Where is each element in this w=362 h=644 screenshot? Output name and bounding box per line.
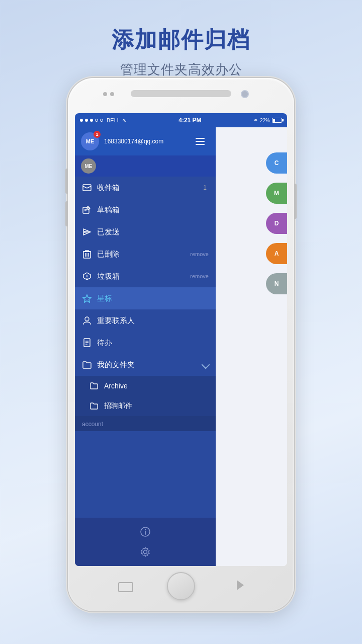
sidebar: ME 1 1683300174@qq.com ME	[75, 127, 216, 566]
svg-marker-11	[83, 295, 91, 302]
camera	[241, 90, 249, 98]
inbox-label: 收件箱	[97, 183, 196, 193]
info-button[interactable]	[75, 522, 216, 542]
star-icon	[82, 293, 92, 303]
todo-label: 待办	[97, 338, 209, 348]
nav-back-button[interactable]	[118, 582, 133, 592]
drafts-label: 草稿箱	[97, 205, 209, 215]
page-subtitle: 管理文件夹高效办公	[0, 61, 362, 78]
account-email: 1683300174@qq.com	[104, 138, 191, 145]
signal-dot-5	[100, 119, 103, 122]
hamburger-line-1	[196, 138, 205, 139]
contacts-label: 重要联系人	[97, 316, 209, 326]
sent-label: 已发送	[97, 227, 209, 237]
status-bar: BELL ∿ 4:21 PM ⚭ 22%	[75, 113, 287, 127]
home-button[interactable]	[167, 572, 195, 600]
time-label: 4:21 PM	[178, 117, 201, 124]
inbox-icon	[82, 183, 92, 193]
page-title: 添加邮件归档	[0, 25, 362, 55]
avatar-secondary[interactable]: ME	[81, 158, 96, 174]
recruitment-folder-icon	[89, 401, 99, 411]
account-label: account	[82, 421, 103, 428]
todo-icon	[82, 338, 92, 348]
recruitment-label: 招聘邮件	[104, 401, 209, 411]
menu-item-contacts[interactable]: 重要联系人	[75, 309, 216, 332]
drafts-icon	[82, 205, 92, 215]
carrier-label: BELL	[107, 117, 120, 123]
peek-avatar[interactable]: N	[266, 273, 287, 294]
bluetooth-icon: ⚭	[253, 117, 258, 124]
archive-label: Archive	[104, 382, 209, 390]
menu-item-deleted[interactable]: 已删除 remove	[75, 243, 216, 265]
settings-button[interactable]	[75, 542, 216, 562]
avatar-primary[interactable]: ME 1	[81, 132, 99, 150]
speaker	[131, 90, 231, 97]
nav-forward-button[interactable]	[237, 580, 244, 590]
menu-item-recruitment[interactable]: 招聘邮件	[75, 396, 216, 416]
hamburger-button[interactable]	[196, 134, 210, 148]
signal-area: BELL ∿	[80, 117, 127, 124]
screen-content: ME 1 1683300174@qq.com ME	[75, 127, 287, 566]
sensors	[103, 92, 114, 96]
volume-down-button[interactable]	[65, 201, 68, 226]
trash-icon	[82, 249, 92, 259]
signal-dot-1	[80, 119, 83, 122]
folder-icon	[82, 360, 92, 370]
deleted-remove[interactable]: remove	[190, 251, 209, 257]
notification-badge: 1	[94, 131, 101, 138]
svg-point-10	[86, 278, 87, 279]
menu-list: 收件箱 1 草稿箱 已发送	[75, 177, 216, 518]
signal-dot-2	[85, 119, 88, 122]
peek-avatar[interactable]: M	[266, 183, 287, 204]
battery-pct-label: 22%	[260, 118, 270, 123]
signal-dot-4	[95, 119, 98, 122]
chevron-down-icon	[202, 361, 210, 369]
inbox-count: 1	[201, 184, 209, 191]
power-button[interactable]	[294, 184, 297, 219]
sent-icon	[82, 227, 92, 237]
wifi-icon: ∿	[122, 117, 127, 124]
trash-remove[interactable]: remove	[190, 273, 209, 279]
deleted-label: 已删除	[97, 250, 185, 259]
peek-avatar[interactable]: C	[266, 152, 287, 174]
spam-icon	[82, 271, 92, 281]
trash-label: 垃圾箱	[97, 272, 185, 281]
peek-avatar[interactable]: A	[266, 243, 287, 264]
svg-rect-1	[83, 207, 89, 213]
archive-folder-icon	[89, 381, 99, 391]
battery-fill	[273, 119, 275, 122]
peek-avatar[interactable]: D	[266, 213, 287, 234]
phone-screen: BELL ∿ 4:21 PM ⚭ 22% ME 1	[75, 113, 287, 566]
menu-item-drafts[interactable]: 草稿箱	[75, 199, 216, 221]
right-status: ⚭ 22%	[253, 117, 282, 124]
menu-item-starred[interactable]: 星标	[75, 287, 216, 309]
menu-item-trash[interactable]: 垃圾箱 remove	[75, 265, 216, 287]
menu-item-myfolder[interactable]: 我的文件夹	[75, 354, 216, 376]
svg-rect-0	[83, 185, 91, 191]
battery-icon	[272, 118, 282, 123]
sidebar-bottom	[75, 518, 216, 566]
signal-dot-3	[90, 119, 93, 122]
svg-point-20	[144, 550, 147, 554]
account-header[interactable]: ME 1 1683300174@qq.com	[75, 127, 216, 155]
menu-item-todo[interactable]: 待办	[75, 332, 216, 354]
svg-point-12	[85, 317, 89, 321]
menu-item-inbox[interactable]: 收件箱 1	[75, 177, 216, 199]
starred-label: 星标	[97, 294, 209, 303]
hamburger-line-3	[196, 144, 205, 145]
menu-item-sent[interactable]: 已发送	[75, 221, 216, 243]
hamburger-line-2	[196, 141, 205, 142]
menu-item-archive[interactable]: Archive	[75, 376, 216, 396]
right-peek-area: CMDAN	[216, 127, 287, 566]
myfolder-label: 我的文件夹	[97, 360, 197, 370]
volume-up-button[interactable]	[65, 169, 68, 194]
contacts-icon	[82, 315, 92, 326]
phone-shell: BELL ∿ 4:21 PM ⚭ 22% ME 1	[68, 78, 294, 611]
svg-point-18	[145, 529, 146, 530]
